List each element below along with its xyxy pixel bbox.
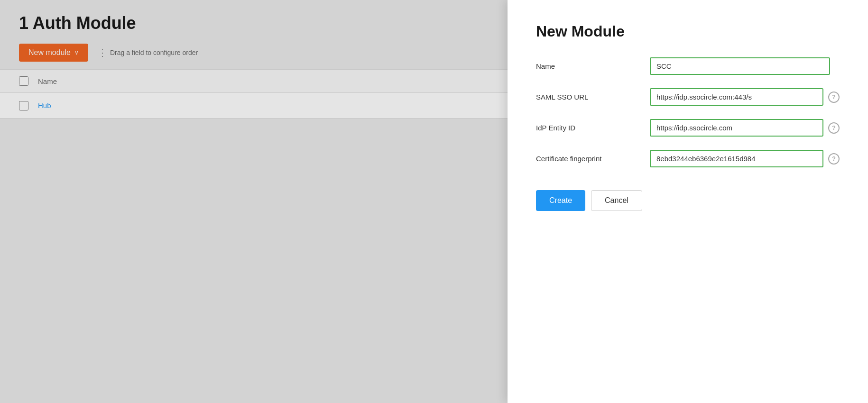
field-input-wrapper-certificate-fingerprint: ? xyxy=(650,150,840,167)
field-label-saml-sso-url: SAML SSO URL xyxy=(536,93,650,101)
page-container: 1 Auth Module New module ∨ ⋮ Drag a fiel… xyxy=(0,0,868,403)
form-row-idp-entity-id: IdP Entity ID ? xyxy=(536,119,840,137)
field-label-idp-entity-id: IdP Entity ID xyxy=(536,124,650,132)
create-button[interactable]: Create xyxy=(536,190,585,211)
cancel-button[interactable]: Cancel xyxy=(591,190,642,211)
field-input-wrapper-name xyxy=(650,57,840,75)
form-row-certificate-fingerprint: Certificate fingerprint ? xyxy=(536,150,840,167)
idp-entity-id-input[interactable] xyxy=(650,119,823,137)
field-label-name: Name xyxy=(536,62,650,70)
new-module-modal: New Module Name SAML SSO URL ? IdP Entit… xyxy=(508,0,868,403)
idp-entity-id-help-icon[interactable]: ? xyxy=(828,122,840,134)
saml-sso-url-help-icon[interactable]: ? xyxy=(828,92,840,103)
certificate-fingerprint-help-icon[interactable]: ? xyxy=(828,153,840,165)
certificate-fingerprint-input[interactable] xyxy=(650,150,823,167)
field-label-certificate-fingerprint: Certificate fingerprint xyxy=(536,155,650,163)
name-input[interactable] xyxy=(650,57,830,75)
modal-actions: Create Cancel xyxy=(536,190,840,211)
modal-title: New Module xyxy=(536,23,840,40)
saml-sso-url-input[interactable] xyxy=(650,88,823,106)
field-input-wrapper-idp-entity-id: ? xyxy=(650,119,840,137)
form-row-name: Name xyxy=(536,57,840,75)
field-input-wrapper-saml-sso-url: ? xyxy=(650,88,840,106)
form-row-saml-sso-url: SAML SSO URL ? xyxy=(536,88,840,106)
